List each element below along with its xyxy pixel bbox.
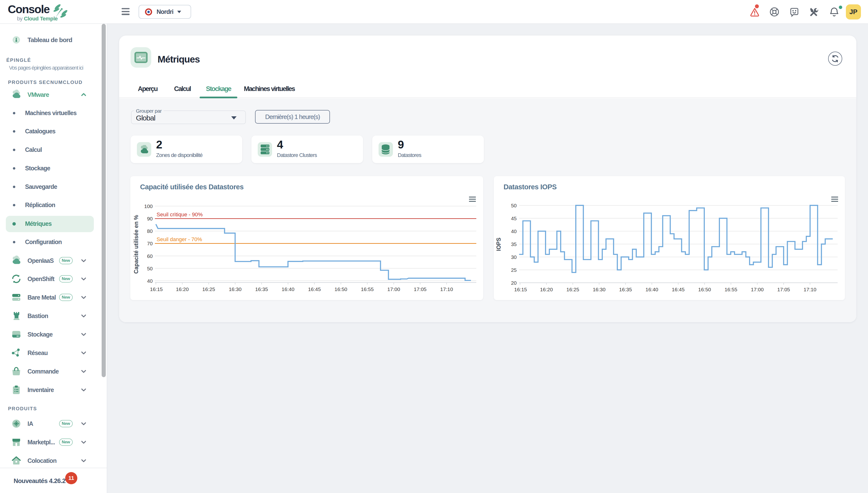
svg-text:60: 60 — [147, 253, 153, 259]
svg-text:17:00: 17:00 — [751, 287, 764, 292]
svg-text:16:35: 16:35 — [255, 286, 268, 292]
svg-text:16:50: 16:50 — [698, 287, 711, 292]
svg-text:25: 25 — [511, 267, 517, 273]
svg-text:16:15: 16:15 — [150, 286, 163, 292]
svg-text:90: 90 — [147, 216, 153, 221]
svg-text:40: 40 — [511, 229, 517, 234]
svg-text:16:45: 16:45 — [308, 286, 321, 292]
svg-text:70: 70 — [147, 241, 153, 246]
svg-text:16:15: 16:15 — [514, 287, 527, 292]
svg-text:16:30: 16:30 — [593, 287, 606, 292]
svg-text:30: 30 — [511, 254, 517, 260]
svg-text:40: 40 — [147, 278, 153, 284]
svg-text:Capacité utilisée en %: Capacité utilisée en % — [133, 215, 139, 274]
svg-text:Seuil critique - 90%: Seuil critique - 90% — [157, 212, 203, 217]
svg-text:35: 35 — [511, 241, 517, 247]
svg-text:50: 50 — [147, 266, 153, 271]
svg-text:17:00: 17:00 — [387, 286, 400, 292]
svg-text:16:20: 16:20 — [540, 287, 553, 292]
svg-text:16:45: 16:45 — [672, 287, 685, 292]
svg-text:Seuil danger - 70%: Seuil danger - 70% — [157, 236, 202, 242]
svg-text:16:30: 16:30 — [229, 286, 242, 292]
svg-text:100: 100 — [144, 203, 153, 209]
svg-text:16:20: 16:20 — [176, 286, 189, 292]
svg-text:17:05: 17:05 — [777, 287, 790, 292]
svg-text:17:10: 17:10 — [440, 286, 453, 292]
svg-text:16:40: 16:40 — [281, 286, 294, 292]
svg-text:17:05: 17:05 — [414, 286, 427, 292]
svg-text:17:10: 17:10 — [804, 287, 817, 292]
svg-text:45: 45 — [511, 216, 517, 221]
svg-text:16:40: 16:40 — [645, 287, 658, 292]
svg-text:IOPS: IOPS — [496, 238, 502, 251]
svg-text:16:55: 16:55 — [361, 286, 374, 292]
svg-text:16:55: 16:55 — [725, 287, 737, 292]
svg-text:50: 50 — [511, 203, 517, 208]
svg-text:16:25: 16:25 — [567, 287, 579, 292]
svg-text:20: 20 — [511, 280, 517, 286]
svg-text:16:50: 16:50 — [335, 286, 347, 292]
svg-text:16:35: 16:35 — [619, 287, 632, 292]
svg-text:80: 80 — [147, 228, 153, 234]
svg-text:16:25: 16:25 — [202, 286, 215, 292]
